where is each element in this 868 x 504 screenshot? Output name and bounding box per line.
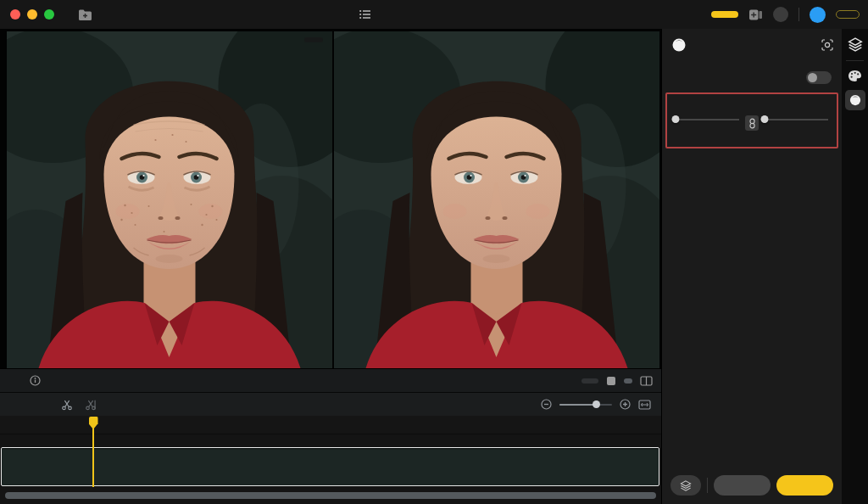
right-toolbar-rail xyxy=(842,29,868,504)
blemish-removal-section xyxy=(665,92,838,148)
show-face-frame-toggle[interactable] xyxy=(806,71,832,84)
footer-divider xyxy=(707,478,708,493)
original-video-frame xyxy=(7,31,332,368)
zoom-slider-handle[interactable] xyxy=(593,400,600,408)
toggle-knob xyxy=(808,73,817,82)
snapshot-button[interactable] xyxy=(606,376,616,386)
timeline-toolbar xyxy=(0,392,661,416)
timeline-horizontal-scrollbar[interactable] xyxy=(5,492,656,499)
smile-left-slider[interactable] xyxy=(676,115,739,123)
video-preview xyxy=(0,29,661,368)
fit-width-icon xyxy=(638,400,651,410)
smile-left-handle[interactable] xyxy=(672,115,680,123)
zoom-in-button[interactable] xyxy=(620,399,631,410)
video-clip[interactable] xyxy=(1,447,659,486)
zoom-out-icon xyxy=(541,399,552,410)
app-window xyxy=(0,0,868,504)
rail-divider xyxy=(846,60,864,61)
snapshot-icon xyxy=(606,376,616,386)
buy-now-button[interactable] xyxy=(836,10,860,19)
apply-button[interactable] xyxy=(776,475,833,496)
clip-filename xyxy=(2,448,659,450)
minimize-window-button[interactable] xyxy=(27,9,37,20)
transport-bar xyxy=(0,368,661,392)
scissors-icon xyxy=(61,399,73,411)
trim-clip-button[interactable] xyxy=(85,399,97,411)
compare-before-after-button[interactable] xyxy=(624,378,632,384)
portrait-tool-button-active[interactable] xyxy=(845,90,865,110)
timeline-ruler[interactable] xyxy=(0,416,661,434)
playhead-line xyxy=(92,428,94,487)
layers-panel-button[interactable] xyxy=(848,37,863,52)
stage xyxy=(0,29,661,504)
scissors-trim-icon xyxy=(85,399,97,411)
titlebar xyxy=(0,0,868,29)
split-clip-button[interactable] xyxy=(61,399,73,411)
face-frame-detect-button[interactable] xyxy=(821,39,833,51)
import-plus-icon xyxy=(748,8,763,21)
split-view-button[interactable] xyxy=(640,376,653,386)
zoom-slider-fill xyxy=(559,404,596,406)
media-list-icon[interactable] xyxy=(359,9,371,20)
account-avatar[interactable] xyxy=(810,7,826,23)
chain-link-icon xyxy=(748,118,756,129)
zoom-out-button[interactable] xyxy=(541,399,552,410)
smile-right-slider[interactable] xyxy=(765,115,828,123)
mask-layers-button[interactable] xyxy=(670,475,701,496)
portrait-face-icon xyxy=(672,38,686,52)
open-project-button[interactable] xyxy=(78,8,92,21)
retouched-video-frame xyxy=(334,31,659,368)
zoom-in-icon xyxy=(620,399,631,410)
link-left-right-button[interactable] xyxy=(745,115,759,131)
project-indicator xyxy=(354,0,371,29)
color-palette-button[interactable] xyxy=(848,70,862,82)
portrait-tool-icon xyxy=(849,94,861,106)
folder-plus-icon xyxy=(78,8,92,21)
info-icon[interactable] xyxy=(30,375,41,386)
titlebar-divider xyxy=(798,8,799,21)
smile-line-label xyxy=(676,101,828,106)
smile-right-handle[interactable] xyxy=(761,115,769,123)
layers-icon xyxy=(848,37,863,52)
cancel-button[interactable] xyxy=(714,475,771,496)
export-button[interactable] xyxy=(711,11,738,18)
import-media-button[interactable] xyxy=(748,8,763,21)
timeline xyxy=(0,416,661,504)
original-label xyxy=(304,37,323,42)
clip-thumbnails xyxy=(2,448,659,485)
portrait-retouching-panel xyxy=(661,29,842,504)
timeline-zoom-slider[interactable] xyxy=(559,400,612,409)
smile-line-control xyxy=(676,101,828,143)
close-window-button[interactable] xyxy=(10,9,20,20)
layers-small-icon xyxy=(680,480,692,491)
split-view-icon xyxy=(640,376,653,386)
palette-icon xyxy=(848,70,862,82)
fit-zoom-button[interactable] xyxy=(581,378,598,384)
help-button[interactable] xyxy=(773,7,788,22)
face-frame-icon xyxy=(821,39,833,51)
question-mark-icon xyxy=(773,7,788,22)
panel-footer xyxy=(662,468,842,504)
window-controls xyxy=(10,9,54,20)
zoom-window-button[interactable] xyxy=(44,9,54,20)
fit-timeline-button[interactable] xyxy=(638,400,651,410)
